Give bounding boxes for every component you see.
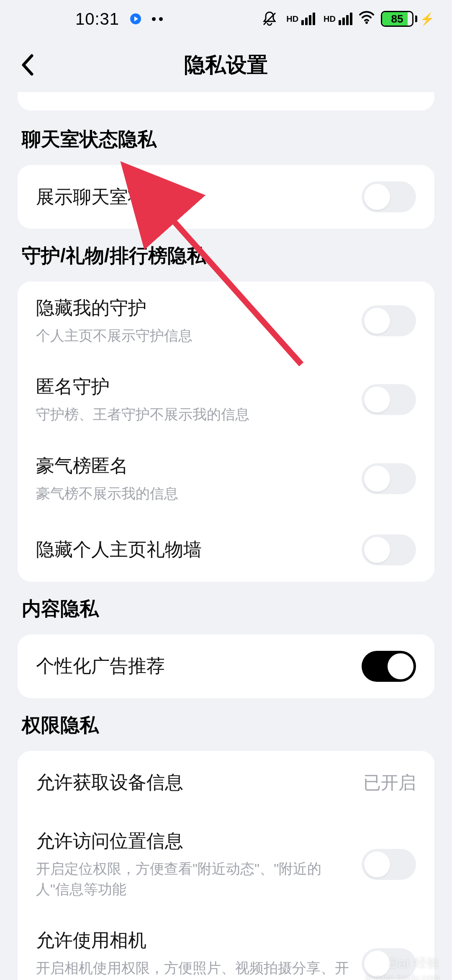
section-header-chatroom: 聊天室状态隐私	[22, 126, 430, 152]
row-sub: 个人主页不展示守护信息	[36, 325, 352, 346]
app-bar: 隐私设置	[0, 38, 452, 92]
row-title: 匿名守护	[36, 374, 352, 399]
charging-icon: ⚡	[420, 12, 434, 26]
status-clock: 10:31	[75, 10, 119, 28]
toggle-show-chatroom-status[interactable]	[362, 181, 416, 212]
section-header-permission: 权限隐私	[22, 712, 430, 738]
row-sub: 豪气榜不展示我的信息	[36, 483, 352, 504]
content-scroll[interactable]: 聊天室状态隐私 展示聊天室状态 守护/礼物/排行榜隐私 隐藏我的守护 个人主页不…	[0, 92, 452, 980]
row-title: 个性化广告推荐	[36, 654, 352, 678]
toggle-personalized-ads[interactable]	[362, 651, 416, 682]
signal-1-icon: HD	[286, 13, 315, 25]
toggle-hide-my-guardian[interactable]	[362, 305, 416, 336]
app-indicator-icon	[130, 13, 141, 24]
row-hide-gift-wall: 隐藏个人主页礼物墙	[36, 518, 416, 582]
row-title: 展示聊天室状态	[36, 185, 352, 209]
row-location: 允许访问位置信息 开启定位权限，方便查看"附近动态"、"附近的人"信息等功能	[36, 815, 416, 914]
toggle-location[interactable]	[362, 849, 416, 880]
status-right: HD HD 85 ⚡	[261, 9, 434, 29]
card-content-privacy: 个性化广告推荐	[18, 634, 434, 698]
row-title: 允许访问位置信息	[36, 829, 352, 854]
chevron-left-icon	[20, 54, 35, 76]
battery-icon: 85 ⚡	[381, 11, 434, 27]
row-title: 允许使用相机	[36, 928, 352, 953]
row-sub: 开启相机使用权限，方便照片、视频拍摄分享、开启直播等功能	[36, 958, 352, 980]
svg-point-1	[365, 21, 368, 24]
mute-icon	[261, 10, 278, 27]
section-header-content-privacy: 内容隐私	[22, 596, 430, 622]
row-value: 已开启	[363, 771, 416, 794]
card-guardian: 隐藏我的守护 个人主页不展示守护信息 匿名守护 守护榜、王者守护不展示我的信息 …	[18, 281, 434, 582]
row-sub: 守护榜、王者守护不展示我的信息	[36, 404, 352, 425]
toggle-camera[interactable]	[362, 948, 416, 979]
previous-card-bottom	[18, 92, 434, 111]
row-title: 隐藏我的守护	[36, 296, 352, 320]
section-header-guardian: 守护/礼物/排行榜隐私	[22, 243, 430, 269]
row-hero-rank-anon: 豪气榜匿名 豪气榜不展示我的信息	[36, 439, 416, 518]
row-personalized-ads: 个性化广告推荐	[36, 634, 416, 698]
back-button[interactable]	[15, 52, 40, 77]
row-title: 隐藏个人主页礼物墙	[36, 537, 352, 562]
signal-2-icon: HD	[324, 13, 352, 25]
toggle-hero-rank-anon[interactable]	[362, 463, 416, 494]
toggle-anonymous-guardian[interactable]	[362, 384, 416, 415]
row-camera: 允许使用相机 开启相机使用权限，方便照片、视频拍摄分享、开启直播等功能	[36, 914, 416, 980]
row-hide-my-guardian: 隐藏我的守护 个人主页不展示守护信息	[36, 281, 416, 360]
more-indicator-icon	[152, 17, 163, 21]
row-anonymous-guardian: 匿名守护 守护榜、王者守护不展示我的信息	[36, 360, 416, 439]
row-title: 允许获取设备信息	[36, 770, 353, 795]
row-device-info[interactable]: 允许获取设备信息 已开启	[36, 751, 416, 815]
wifi-icon	[358, 9, 375, 29]
row-title: 豪气榜匿名	[36, 454, 352, 478]
toggle-hide-gift-wall[interactable]	[362, 534, 416, 565]
row-sub: 开启定位权限，方便查看"附近动态"、"附近的人"信息等功能	[36, 859, 352, 900]
status-bar: 10:31 HD HD 85 ⚡	[0, 0, 452, 38]
page-title: 隐私设置	[184, 51, 268, 79]
status-left: 10:31	[75, 10, 163, 28]
row-show-chatroom-status: 展示聊天室状态	[36, 165, 416, 229]
card-chatroom: 展示聊天室状态	[18, 165, 434, 229]
card-permission: 允许获取设备信息 已开启 允许访问位置信息 开启定位权限，方便查看"附近动态"、…	[18, 751, 434, 980]
